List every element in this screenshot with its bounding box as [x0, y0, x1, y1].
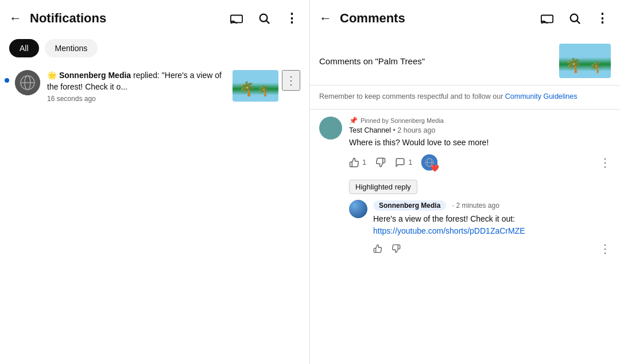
reply-text-content: Here's a view of the forest! Check it ou…: [373, 214, 515, 223]
notification-content: 🌟 Sonnenberg Media replied: "Here's a vi…: [47, 70, 227, 103]
reply-text: Here's a view of the forest! Check it ou…: [373, 213, 611, 237]
notification-time: 16 seconds ago: [47, 95, 227, 103]
svg-line-11: [577, 21, 580, 24]
search-button[interactable]: [255, 10, 273, 27]
thumbnail-image: [232, 70, 278, 102]
pinned-by-text: Pinned by Sonnenberg Media: [361, 117, 444, 124]
pin-icon: 📌: [349, 117, 358, 125]
notification-emoji: 🌟: [47, 71, 57, 80]
reply-item: Sonnenberg Media · 2 minutes ago Here's …: [349, 200, 611, 255]
reply-button[interactable]: 1: [395, 157, 412, 168]
guidelines-bar: Remember to keep comments respectful and…: [310, 86, 620, 110]
comments-page-title: Comments: [340, 11, 538, 26]
comment-item: 📌 Pinned by Sonnenberg Media Test Channe…: [319, 117, 611, 171]
notification-item[interactable]: 🌟 Sonnenberg Media replied: "Here's a vi…: [0, 64, 309, 109]
svg-point-2: [260, 14, 268, 22]
comments-header-actions: ⋮: [538, 9, 611, 28]
reply-dislike-button[interactable]: [392, 244, 401, 253]
comments-panel: ← Comments ⋮ Comments on "Palm Trees": [310, 0, 620, 364]
header-actions: ⋮: [228, 9, 300, 28]
community-guidelines-link[interactable]: Community Guidelines: [505, 92, 578, 100]
video-thumbnail-image: [559, 44, 611, 78]
reply-link[interactable]: https://youtube.com/shorts/pDD1ZaCrMZE: [373, 226, 525, 235]
svg-point-10: [571, 14, 578, 22]
reply-author-badge: Sonnenberg Media: [373, 200, 446, 211]
notifications-header: ← Notifications ⋮: [0, 0, 309, 37]
comments-header: ← Comments ⋮: [310, 0, 620, 37]
more-options-button[interactable]: ⋮: [283, 9, 300, 28]
back-button[interactable]: ←: [9, 11, 22, 26]
comments-cast-button[interactable]: [538, 11, 556, 26]
commenter-avatar: [319, 117, 342, 140]
reply-avatar: [349, 200, 367, 218]
filter-mentions-button[interactable]: Mentions: [45, 39, 98, 57]
cast-button[interactable]: [228, 11, 245, 26]
guidelines-text: Remember to keep comments respectful and…: [319, 92, 505, 100]
comment-body: 📌 Pinned by Sonnenberg Media Test Channe…: [349, 117, 611, 171]
reply-actions: ⋮: [373, 242, 611, 255]
notifications-panel: ← Notifications ⋮ All Mentions: [0, 0, 310, 364]
notification-text: 🌟 Sonnenberg Media replied: "Here's a vi…: [47, 70, 227, 92]
filter-row: All Mentions: [0, 37, 309, 64]
reply-like-button[interactable]: [373, 244, 382, 253]
video-thumbnail: [559, 44, 611, 78]
comment-more-button[interactable]: ⋮: [599, 156, 611, 169]
comments-search-button[interactable]: [566, 10, 583, 27]
comments-more-button[interactable]: ⋮: [594, 9, 611, 28]
reply-body: Sonnenberg Media · 2 minutes ago Here's …: [373, 200, 611, 255]
comment-time: 2 hours ago: [397, 126, 435, 134]
heart-badge: ❤️: [431, 164, 439, 172]
commenter-name: Test Channel: [349, 126, 391, 134]
video-title: Comments on "Palm Trees": [319, 56, 559, 66]
filter-all-button[interactable]: All: [9, 39, 39, 57]
reply-time: · 2 minutes ago: [452, 202, 499, 210]
comments-list: 📌 Pinned by Sonnenberg Media Test Channe…: [310, 110, 620, 364]
notification-channel: Sonnenberg Media: [59, 71, 131, 80]
highlighted-reply-badge: Highlighted reply: [349, 180, 417, 194]
reaction-avatar: ❤️: [421, 154, 437, 171]
dislike-button[interactable]: [375, 157, 386, 168]
notification-thumbnail: [232, 70, 278, 102]
channel-avatar: [15, 70, 40, 95]
reply-more-button[interactable]: ⋮: [599, 242, 611, 255]
comment-actions: 1 1: [349, 154, 611, 171]
like-count: 1: [362, 158, 366, 166]
page-title: Notifications: [30, 11, 228, 26]
unread-dot: [5, 78, 9, 83]
reply-count: 1: [408, 158, 412, 166]
like-button[interactable]: 1: [349, 157, 366, 168]
svg-line-3: [266, 21, 269, 24]
reply-avatar-image: [349, 200, 367, 218]
pinned-label: 📌 Pinned by Sonnenberg Media: [349, 117, 611, 125]
comments-back-button[interactable]: ←: [319, 11, 332, 26]
notification-more-button[interactable]: ⋮: [282, 70, 300, 91]
comment-text: Where is this? Would love to see more!: [349, 137, 611, 149]
comment-meta: Test Channel • 2 hours ago: [349, 126, 611, 134]
highlighted-reply-container: Highlighted reply Sonnenberg Media · 2 m…: [349, 180, 611, 255]
reply-header: Sonnenberg Media · 2 minutes ago: [373, 200, 611, 211]
video-info-bar: Comments on "Palm Trees": [310, 37, 620, 86]
